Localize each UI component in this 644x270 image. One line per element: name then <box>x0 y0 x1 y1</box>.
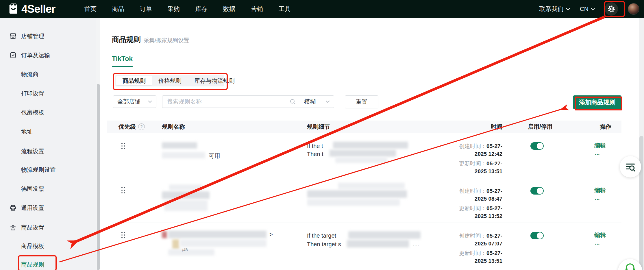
redacted-rule-name <box>162 152 205 158</box>
printer-icon <box>9 204 17 212</box>
sidebar-scrollbar-thumb[interactable] <box>97 84 100 270</box>
nav-item-purchase[interactable]: 采购 <box>168 5 180 13</box>
sidebar-item-product-rules[interactable]: 商品规则 <box>0 258 96 270</box>
sidebar-item-print-settings[interactable]: 打印设置 <box>0 87 96 100</box>
more-actions-link[interactable]: ... <box>595 239 600 246</box>
bag-logo-icon <box>8 2 19 16</box>
enable-toggle[interactable] <box>530 142 544 150</box>
sidebar-item-general-settings[interactable]: 通用设置 <box>0 201 96 214</box>
col-rule-detail: 规则细节 <box>307 121 330 133</box>
row-separator <box>112 178 621 178</box>
redacted-rule-name <box>169 184 202 190</box>
nav-item-tools[interactable]: 工具 <box>279 5 291 13</box>
nav-item-data[interactable]: 数据 <box>223 5 235 13</box>
sidebar-item-store-management[interactable]: 店铺管理 <box>0 29 96 43</box>
enable-toggle[interactable] <box>530 187 544 195</box>
edit-link[interactable]: 编辑 <box>594 186 606 194</box>
rule-name-expander[interactable]: > <box>269 231 273 238</box>
updated-time: 更新时间：05-27- 2025 13:51 <box>433 249 502 265</box>
col-rule-name: 规则名称 <box>162 121 185 133</box>
main-menu: 首页 商品 订单 采购 库存 数据 营销 工具 <box>84 5 291 13</box>
rule-search-box <box>162 95 300 108</box>
rule-detail-then: Then t <box>307 151 323 158</box>
redacted-rule-name <box>180 239 267 247</box>
rule-type-subtabs: 商品规则 价格规则 库存与物流规则 <box>115 75 224 86</box>
search-icon[interactable] <box>289 98 296 105</box>
redacted-detail <box>347 240 409 247</box>
redacted-detail <box>338 183 405 189</box>
redacted-detail <box>330 150 396 157</box>
rule-search-input[interactable] <box>166 98 289 105</box>
help-icon[interactable]: ? <box>138 123 145 130</box>
chevron-down-icon <box>148 100 152 103</box>
drag-handle-icon[interactable] <box>121 231 125 239</box>
headset-icon <box>623 261 637 270</box>
page-scrollbar-thumb[interactable] <box>639 136 643 270</box>
subtab-product-rules[interactable]: 商品规则 <box>116 76 152 85</box>
more-actions-link[interactable]: ... <box>595 195 600 201</box>
rule-name-fragment: /45 <box>182 247 188 252</box>
shop-select[interactable]: 全部店铺 <box>113 95 156 108</box>
enable-toggle[interactable] <box>530 232 544 239</box>
sidebar-item-logistics-provider[interactable]: 物流商 <box>0 68 96 81</box>
tab-tiktok[interactable]: TikTok <box>112 55 133 63</box>
col-time: 时间 <box>465 121 502 133</box>
col-priority: 优先级 ? <box>119 121 145 133</box>
nav-item-products[interactable]: 商品 <box>112 5 124 13</box>
contact-us-dropdown[interactable]: 联系我们 <box>539 5 570 13</box>
settings-gear-button[interactable] <box>605 2 618 16</box>
sidebar-item-package-template[interactable]: 包裹模板 <box>0 106 96 119</box>
nav-item-orders[interactable]: 订单 <box>140 5 152 13</box>
edit-link[interactable]: 编辑 <box>594 142 606 149</box>
nav-item-inventory[interactable]: 库存 <box>195 5 208 13</box>
sidebar-item-germany-invoice[interactable]: 德国发票 <box>0 182 96 195</box>
sidebar-item-product-template[interactable]: 商品模板 <box>0 239 96 253</box>
add-product-rule-button[interactable]: 添加商品规则 <box>573 95 621 109</box>
subtab-price-rules[interactable]: 价格规则 <box>152 76 188 85</box>
sidebar-item-address[interactable]: 地址 <box>0 125 96 138</box>
user-avatar[interactable] <box>628 3 639 15</box>
redacted-thumbnail <box>172 239 179 249</box>
redacted-detail <box>335 157 387 163</box>
drag-handle-icon[interactable] <box>121 186 125 194</box>
redacted-detail <box>307 190 407 198</box>
drag-handle-icon[interactable] <box>121 142 125 150</box>
order-clipboard-icon <box>9 51 17 59</box>
sidebar-item-product-settings[interactable]: 商品设置 <box>0 221 96 234</box>
sidebar-item-orders-shipping[interactable]: 订单及运输 <box>0 49 96 62</box>
brand-logo[interactable]: 4Seller <box>8 2 55 16</box>
rule-detail-if: If the t <box>307 143 323 149</box>
reset-button[interactable]: 重置 <box>345 95 378 108</box>
page-subtitle: 采集/搬家规则设置 <box>144 37 189 44</box>
rule-name-note: 可用 <box>209 152 220 160</box>
floating-search-widget[interactable] <box>620 156 641 177</box>
nav-item-home[interactable]: 首页 <box>84 5 97 13</box>
created-time: 创建时间：05-27- 2025 12:42 <box>433 142 502 158</box>
sidebar-item-process-settings[interactable]: 流程设置 <box>0 145 96 158</box>
created-time: 创建时间：05-27- 2025 08:47 <box>433 187 502 203</box>
edit-link[interactable]: 编辑 <box>594 231 606 239</box>
match-mode-select[interactable]: 模糊 <box>300 95 334 108</box>
nav-item-marketing[interactable]: 营销 <box>251 5 263 13</box>
language-dropdown[interactable]: CN <box>580 5 595 12</box>
redacted-detail <box>307 199 400 206</box>
rule-detail-if: If the target <box>307 232 336 239</box>
gear-icon <box>607 5 615 13</box>
redacted-detail <box>348 231 421 239</box>
chevron-down-icon <box>326 100 330 103</box>
redacted-rule-name <box>168 231 267 238</box>
more-actions-link[interactable]: ... <box>595 150 600 156</box>
sidebar-item-logistics-rule-settings[interactable]: 物流规则设置 <box>0 163 96 176</box>
col-action: 操作 <box>600 121 611 133</box>
subtab-inventory-logistics-rules[interactable]: 库存与物流规则 <box>188 76 241 85</box>
settings-sidebar: 店铺管理 订单及运输 物流商 打印设置 包裹模板 地址 流程设置 物流规则设置 … <box>0 18 96 270</box>
chevron-down-icon <box>566 8 570 10</box>
storefront-icon <box>9 32 17 40</box>
redacted-rule-name <box>168 249 214 256</box>
rule-detail-then: Then target s <box>307 241 341 248</box>
redacted-rule-name <box>164 200 208 211</box>
top-navbar: 4Seller 首页 商品 订单 采购 库存 数据 营销 工具 联系我们 CN <box>0 0 644 18</box>
redacted-detail <box>333 142 408 149</box>
bag-upload-icon <box>9 224 17 231</box>
row-separator <box>112 223 621 223</box>
